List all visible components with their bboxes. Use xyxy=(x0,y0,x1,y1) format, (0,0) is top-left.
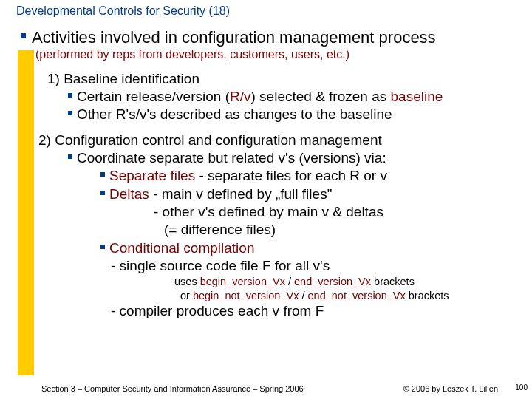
item1-sub2-text: Other R's/v's described as changes to th… xyxy=(77,106,523,123)
item2-deltas-line3: (= difference files) xyxy=(164,221,523,239)
square-bullet-icon xyxy=(68,111,72,115)
item2-deltas-line2: - other v's defined by main v & deltas xyxy=(154,203,523,221)
footer-left: Section 3 – Computer Security and Inform… xyxy=(41,384,304,393)
item1-sub2: Other R's/v's described as changes to th… xyxy=(68,106,523,123)
main-desc: (performed by reps from developers, cust… xyxy=(35,47,523,62)
note-2: or begin_not_version_Vx / end_not_versio… xyxy=(180,289,523,303)
item-1: 1) Baseline identification xyxy=(47,70,523,88)
item2-condcomp-text: Conditional compilation xyxy=(109,239,523,257)
square-bullet-icon xyxy=(68,93,72,98)
item2-condcomp-line2: - single source code file F for all v's xyxy=(111,257,523,275)
main-heading-text: Activities involved in configuration man… xyxy=(32,28,523,47)
footer-right: © 2006 by Leszek T. Lilien xyxy=(403,384,498,393)
item-2: 2) Configuration control and configurati… xyxy=(38,132,523,149)
note-1: uses begin_version_Vx / end_version_Vx b… xyxy=(174,275,523,289)
item2-sub1-text: Coordinate separate but related v's (ver… xyxy=(77,149,523,167)
item2-sep-text: Separate files - separate files for each… xyxy=(109,167,523,185)
slide-content: Activities involved in configuration man… xyxy=(21,28,523,321)
item2-deltas: Deltas - main v defined by „full files" xyxy=(100,185,523,203)
square-bullet-icon xyxy=(21,33,26,38)
square-bullet-icon xyxy=(100,172,105,177)
square-bullet-icon xyxy=(100,191,105,195)
item1-sub1-text: Certain release/version (R/v) selected &… xyxy=(77,88,523,106)
square-bullet-icon xyxy=(100,245,105,249)
square-bullet-icon xyxy=(68,154,72,159)
item2-sub1: Coordinate separate but related v's (ver… xyxy=(68,149,523,167)
item2-deltas-text: Deltas - main v defined by „full files" xyxy=(109,185,523,203)
item1-sub1: Certain release/version (R/v) selected &… xyxy=(68,88,523,106)
main-heading: Activities involved in configuration man… xyxy=(21,28,523,47)
item2-condcomp: Conditional compilation xyxy=(100,239,523,257)
slide-title: Developmental Controls for Security (18) xyxy=(16,4,230,18)
item2-sep: Separate files - separate files for each… xyxy=(100,167,523,185)
item2-condcomp-line3: - compiler produces each v from F xyxy=(111,302,523,320)
page-number: 100 xyxy=(515,383,528,392)
